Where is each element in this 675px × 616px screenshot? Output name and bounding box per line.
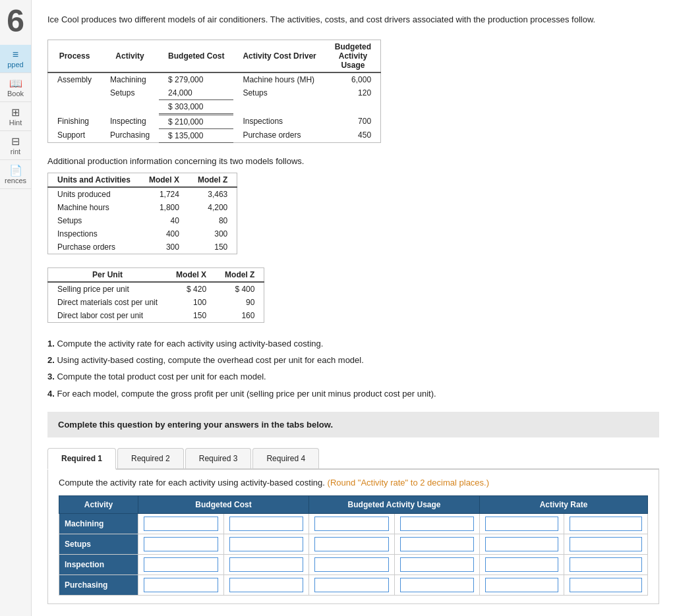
cell-activity: Purchasing	[101, 128, 159, 142]
input-budgeted-cost-machining-1[interactable]	[144, 517, 218, 531]
table-row: Inspections 400 300	[48, 227, 237, 240]
cell-label: Machine hours	[48, 201, 140, 214]
units-col-modelz: Model Z	[189, 173, 237, 187]
sidebar-item-print[interactable]: ⊟ rint	[0, 131, 31, 160]
input-usage-setups-1[interactable]	[314, 537, 389, 551]
col-header-activity-usage: Budgeted Activity Usage	[309, 496, 480, 514]
cell-modelx: 1,724	[140, 187, 189, 201]
cell-modelx: 1,800	[140, 201, 189, 214]
input-rate-purchasing-2[interactable]	[570, 578, 642, 592]
tab-required-3[interactable]: Required 3	[185, 448, 252, 468]
pped-icon: ≡	[3, 49, 28, 61]
question-3: 3. Compute the total product cost per un…	[47, 369, 659, 384]
table-row: Direct materials cost per unit 100 90	[48, 296, 264, 309]
cell-budgeted-cost-setups-2	[223, 534, 309, 555]
per-unit-table: Per Unit Model X Model Z Selling price p…	[47, 267, 264, 323]
sidebar-item-print-label: rint	[11, 148, 20, 155]
question-2: 2. Using activity-based costing, compute…	[47, 352, 659, 368]
cost-table: Process Activity Budgeted Cost Activity …	[47, 40, 381, 143]
input-usage-inspection-2[interactable]	[400, 557, 475, 572]
cell-modelz: 150	[189, 240, 237, 254]
input-budgeted-cost-setups-1[interactable]	[144, 537, 218, 551]
main-content: Ice Cool produces two different models o…	[32, 0, 675, 616]
input-usage-setups-2[interactable]	[400, 537, 475, 551]
cell-activity: Setups	[101, 86, 159, 100]
sidebar-item-pped[interactable]: ≡ pped	[0, 45, 31, 73]
tab-required-2[interactable]: Required 2	[117, 448, 184, 468]
col-header-activity: Activity	[59, 496, 138, 514]
col-header-activity-rate: Activity Rate	[480, 496, 648, 514]
cell-usage: 450	[326, 128, 381, 142]
print-icon: ⊟	[3, 135, 28, 148]
additional-text: Additional production information concer…	[47, 156, 659, 166]
per-unit-col-label: Per Unit	[48, 267, 167, 282]
input-usage-machining-1[interactable]	[314, 517, 389, 531]
cell-process	[48, 86, 102, 100]
input-rate-machining-2[interactable]	[570, 517, 642, 531]
sidebar-item-references[interactable]: 📄 rences	[0, 160, 31, 189]
cell-empty	[48, 99, 102, 114]
complete-box: Complete this question by entering your …	[47, 412, 659, 437]
col-activity: Activity	[101, 40, 159, 72]
input-budgeted-cost-setups-2[interactable]	[229, 537, 304, 551]
per-unit-col-modelx: Model X	[167, 267, 216, 282]
cell-budgeted-cost-purchasing-2	[223, 575, 309, 596]
sidebar-item-book-label: Book	[7, 90, 24, 98]
input-usage-purchasing-1[interactable]	[314, 578, 389, 592]
input-budgeted-cost-purchasing-2[interactable]	[229, 578, 304, 592]
cell-activity: Machining	[101, 72, 159, 86]
cell-rate-setups-1	[480, 534, 564, 555]
cell-modelz: 80	[189, 214, 237, 227]
cell-label: Direct materials cost per unit	[48, 296, 167, 309]
answer-row-setups: Setups	[59, 534, 648, 555]
cell-modelx: $ 420	[167, 282, 216, 296]
cell-modelz: 4,200	[189, 201, 237, 214]
tab-required-4[interactable]: Required 4	[252, 448, 319, 468]
table-row: Direct labor cost per unit 150 160	[48, 309, 264, 323]
cell-process: Finishing	[48, 114, 102, 128]
input-rate-setups-2[interactable]	[570, 537, 642, 551]
table-row: Support Purchasing $ 135,000 Purchase or…	[48, 128, 381, 142]
cell-rate-purchasing-1	[480, 575, 564, 596]
cell-budgeted-cost-machining-1	[138, 514, 224, 534]
input-rate-machining-1[interactable]	[485, 517, 558, 531]
cell-cost: $ 210,000	[159, 114, 233, 128]
cell-driver: Setups	[233, 86, 325, 100]
cell-usage-setups-1	[309, 534, 395, 555]
cell-driver: Purchase orders	[233, 128, 325, 142]
cell-empty	[233, 99, 325, 114]
input-budgeted-cost-purchasing-1[interactable]	[144, 578, 218, 592]
cell-modelz: 3,463	[189, 187, 237, 201]
input-usage-machining-2[interactable]	[400, 517, 475, 531]
col-header-budgeted-cost: Budgeted Cost	[138, 496, 309, 514]
cell-driver: Inspections	[233, 114, 325, 128]
sidebar: 6 ≡ pped 📖 Book ⊞ Hint ⊟ rint 📄 rences	[0, 0, 32, 616]
cell-modelx: 100	[167, 296, 216, 309]
instruction-text: Compute the activity rate for each activ…	[59, 478, 648, 488]
input-budgeted-cost-machining-2[interactable]	[229, 517, 304, 531]
col-process: Process	[48, 40, 102, 72]
input-budgeted-cost-inspection-1[interactable]	[144, 557, 218, 572]
problem-number: 6	[7, 5, 24, 37]
sidebar-item-pped-label: pped	[7, 61, 23, 69]
cell-modelz: $ 400	[216, 282, 264, 296]
cell-empty	[101, 99, 159, 114]
sidebar-item-book[interactable]: 📖 Book	[0, 73, 31, 102]
cell-label: Setups	[48, 214, 140, 227]
instruction-main: Compute the activity rate for each activ…	[59, 478, 325, 488]
cell-rate-machining-1	[480, 514, 564, 534]
tab-required-1[interactable]: Required 1	[47, 448, 116, 470]
input-rate-inspection-1[interactable]	[485, 557, 558, 572]
per-unit-col-modelz: Model Z	[216, 267, 264, 282]
input-rate-purchasing-1[interactable]	[485, 578, 558, 592]
input-rate-inspection-2[interactable]	[570, 557, 642, 572]
input-usage-purchasing-2[interactable]	[400, 578, 475, 592]
input-budgeted-cost-inspection-2[interactable]	[229, 557, 304, 572]
cell-activity-machining: Machining	[59, 514, 138, 534]
sidebar-item-hint[interactable]: ⊞ Hint	[0, 102, 31, 131]
answer-row-purchasing: Purchasing	[59, 575, 648, 596]
input-usage-inspection-1[interactable]	[314, 557, 389, 572]
cell-usage: 6,000	[326, 72, 381, 86]
units-table: Units and Activities Model X Model Z Uni…	[47, 173, 237, 254]
input-rate-setups-1[interactable]	[485, 537, 558, 551]
